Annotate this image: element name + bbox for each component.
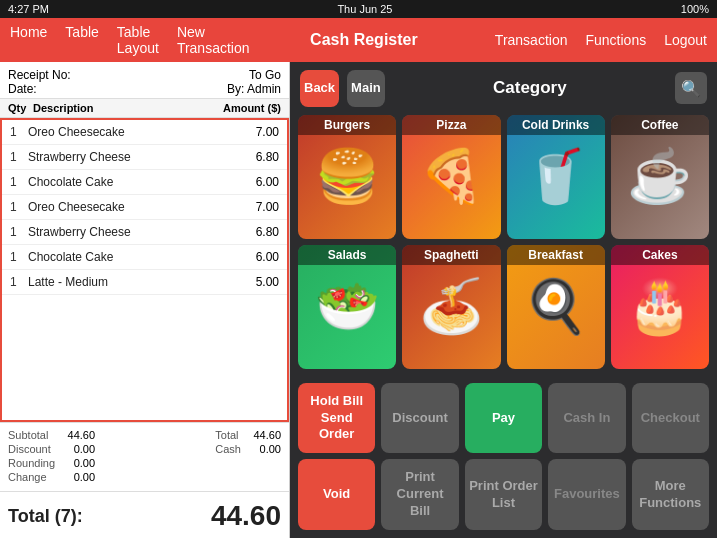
category-label: Pizza: [402, 115, 500, 135]
nav-transaction[interactable]: Transaction: [495, 32, 568, 48]
rounding-value: 0.00: [55, 457, 95, 469]
pay-button[interactable]: Pay: [465, 383, 542, 454]
table-row[interactable]: 1 Oreo Cheesecake 7.00: [2, 195, 287, 220]
category-item-salads[interactable]: Salads 🥗: [298, 245, 396, 369]
item-qty: 1: [10, 200, 28, 214]
item-qty: 1: [10, 275, 28, 289]
item-qty: 1: [10, 150, 28, 164]
date-label: Date:: [8, 82, 37, 96]
item-qty: 1: [10, 175, 28, 189]
main-layout: Receipt No: To Go Date: By: Admin Qty De…: [0, 62, 717, 538]
nav-new-transaction[interactable]: New Transaction: [177, 24, 250, 56]
item-desc: Chocolate Cake: [28, 175, 224, 189]
search-button[interactable]: 🔍: [675, 72, 707, 104]
category-item-cold-drinks[interactable]: Cold Drinks 🥤: [507, 115, 605, 239]
checkout-button[interactable]: Checkout: [632, 383, 709, 454]
discount-value: 0.00: [55, 443, 95, 455]
category-label: Breakfast: [507, 245, 605, 265]
receipt-items-list: 1 Oreo Cheesecake 7.00 1 Strawberry Chee…: [0, 118, 289, 422]
main-button[interactable]: Main: [347, 70, 385, 107]
item-amount: 6.00: [224, 175, 279, 189]
item-desc: Latte - Medium: [28, 275, 224, 289]
receipt-header: Receipt No: To Go Date: By: Admin: [0, 62, 289, 99]
to-go-label: To Go: [249, 68, 281, 82]
item-desc: Strawberry Cheese: [28, 150, 224, 164]
nav-home[interactable]: Home: [10, 24, 47, 56]
col-amount-header: Amount ($): [211, 102, 281, 114]
item-qty: 1: [10, 125, 28, 139]
void-button[interactable]: Void: [298, 459, 375, 530]
change-value: 0.00: [55, 471, 95, 483]
category-label: Salads: [298, 245, 396, 265]
category-label: Coffee: [611, 115, 709, 135]
category-item-spaghetti[interactable]: Spaghetti 🍝: [402, 245, 500, 369]
category-item-breakfast[interactable]: Breakfast 🍳: [507, 245, 605, 369]
nav-logout[interactable]: Logout: [664, 32, 707, 48]
subtotal-value: 44.60: [55, 429, 95, 441]
favourites-button[interactable]: Favourites: [548, 459, 625, 530]
col-qty-header: Qty: [8, 102, 33, 114]
category-top-bar: Back Main Category 🔍: [290, 62, 717, 115]
item-amount: 5.00: [224, 275, 279, 289]
item-qty: 1: [10, 250, 28, 264]
grand-total-row: Total (7): 44.60: [0, 491, 289, 538]
receipt-panel: Receipt No: To Go Date: By: Admin Qty De…: [0, 62, 290, 538]
category-title: Category: [393, 78, 667, 98]
grand-total-value: 44.60: [211, 500, 281, 532]
nav-table[interactable]: Table: [65, 24, 98, 56]
category-item-coffee[interactable]: Coffee ☕: [611, 115, 709, 239]
receipt-col-headers: Qty Description Amount ($): [0, 99, 289, 118]
table-row[interactable]: 1 Chocolate Cake 6.00: [2, 245, 287, 270]
category-label: Spaghetti: [402, 245, 500, 265]
receipt-no-label: Receipt No:: [8, 68, 71, 82]
subtotal-label: Subtotal: [8, 429, 48, 441]
total-label: Total: [215, 429, 238, 441]
table-row[interactable]: 1 Strawberry Cheese 6.80: [2, 220, 287, 245]
nav-table-layout[interactable]: Table Layout: [117, 24, 159, 56]
category-item-pizza[interactable]: Pizza 🍕: [402, 115, 500, 239]
print-current-bill-button[interactable]: Print Current Bill: [381, 459, 458, 530]
cash-value: 0.00: [241, 443, 281, 455]
change-label: Change: [8, 471, 47, 483]
category-item-burgers[interactable]: Burgers 🍔: [298, 115, 396, 239]
item-amount: 7.00: [224, 200, 279, 214]
category-label: Cold Drinks: [507, 115, 605, 135]
status-battery: 100%: [681, 3, 709, 15]
nav-functions[interactable]: Functions: [585, 32, 646, 48]
more-functions-button[interactable]: More Functions: [632, 459, 709, 530]
category-label: Cakes: [611, 245, 709, 265]
right-panel: Back Main Category 🔍 Burgers 🍔 Pizza 🍕 C…: [290, 62, 717, 538]
item-qty: 1: [10, 225, 28, 239]
print-order-list-button[interactable]: Print Order List: [465, 459, 542, 530]
back-button[interactable]: Back: [300, 70, 339, 107]
item-desc: Oreo Cheesecake: [28, 200, 224, 214]
item-desc: Oreo Cheesecake: [28, 125, 224, 139]
item-amount: 6.00: [224, 250, 279, 264]
grand-total-label: Total (7):: [8, 506, 83, 527]
cash-in-button[interactable]: Cash In: [548, 383, 625, 454]
discount-label: Discount: [8, 443, 51, 455]
search-icon: 🔍: [681, 79, 701, 98]
top-nav: Home Table Table Layout New Transaction …: [0, 18, 717, 62]
col-desc-header: Description: [33, 102, 211, 114]
status-day: Thu Jun 25: [337, 3, 392, 15]
item-desc: Strawberry Cheese: [28, 225, 224, 239]
table-row[interactable]: 1 Latte - Medium 5.00: [2, 270, 287, 295]
discount-button[interactable]: Discount: [381, 383, 458, 454]
hold-bill-button[interactable]: Hold Bill Send Order: [298, 383, 375, 454]
category-label: Burgers: [298, 115, 396, 135]
status-time: 4:27 PM: [8, 3, 49, 15]
item-amount: 7.00: [224, 125, 279, 139]
table-row[interactable]: 1 Strawberry Cheese 6.80: [2, 145, 287, 170]
category-item-cakes[interactable]: Cakes 🎂: [611, 245, 709, 369]
item-desc: Chocolate Cake: [28, 250, 224, 264]
cash-label: Cash: [215, 443, 241, 455]
nav-left: Home Table Table Layout New Transaction: [10, 24, 250, 56]
table-row[interactable]: 1 Chocolate Cake 6.00: [2, 170, 287, 195]
rounding-label: Rounding: [8, 457, 55, 469]
nav-title: Cash Register: [250, 31, 479, 49]
table-row[interactable]: 1 Oreo Cheesecake 7.00: [2, 120, 287, 145]
receipt-totals: Subtotal 44.60 Discount 0.00 Rounding 0.…: [0, 422, 289, 491]
action-buttons: Hold Bill Send OrderDiscountPayCash InCh…: [290, 377, 717, 538]
item-amount: 6.80: [224, 225, 279, 239]
